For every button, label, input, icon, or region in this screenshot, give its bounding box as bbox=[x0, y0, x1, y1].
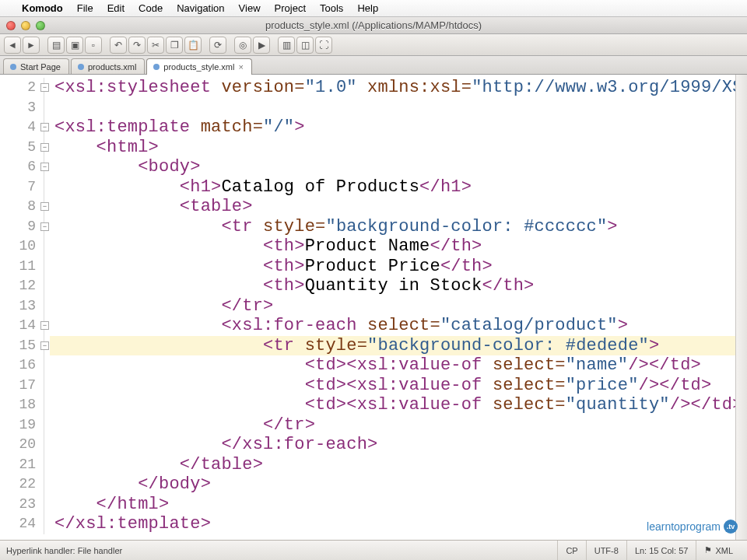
status-encoding[interactable]: UTF-8 bbox=[586, 541, 626, 560]
menu-file[interactable]: File bbox=[77, 2, 93, 14]
preview-button[interactable]: ◎ bbox=[234, 37, 251, 54]
status-cursor-position: Ln: 15 Col: 57 bbox=[626, 541, 696, 560]
run-button[interactable]: ▶ bbox=[253, 37, 270, 54]
menu-navigation[interactable]: Navigation bbox=[177, 2, 224, 14]
code-area[interactable]: <xsl:stylesheet version="1.0" xmlns:xsl=… bbox=[50, 75, 747, 540]
save-button[interactable]: ▫ bbox=[85, 37, 102, 54]
close-tab-icon[interactable]: × bbox=[238, 62, 243, 72]
back-button[interactable]: ◄ bbox=[4, 37, 21, 54]
copy-button[interactable]: ❐ bbox=[166, 37, 183, 54]
tab-icon bbox=[10, 64, 16, 70]
menubar: Komodo File Edit Code Navigation View Pr… bbox=[0, 0, 747, 17]
app-name[interactable]: Komodo bbox=[22, 2, 63, 14]
tab-icon bbox=[78, 64, 84, 70]
reload-button[interactable]: ⟳ bbox=[209, 37, 226, 54]
vertical-scrollbar[interactable] bbox=[735, 75, 747, 540]
new-file-button[interactable]: ▤ bbox=[47, 37, 65, 54]
watermark-logo: learntoprogram.tv bbox=[647, 520, 738, 534]
window-title: products_style.xml (/Applications/MAMP/h… bbox=[0, 19, 747, 31]
menu-code[interactable]: Code bbox=[139, 2, 163, 14]
menu-tools[interactable]: Tools bbox=[320, 2, 343, 14]
toolbar: ◄ ► ▤ ▣ ▫ ↶ ↷ ✂ ❐ 📋 ⟳ ◎ ▶ ▥ ◫ ⛶ bbox=[0, 34, 747, 56]
cut-button[interactable]: ✂ bbox=[147, 37, 164, 54]
open-button[interactable]: ▣ bbox=[66, 37, 83, 54]
menu-view[interactable]: View bbox=[239, 2, 261, 14]
fold-column[interactable] bbox=[39, 75, 50, 540]
editor-tabs: Start Page products.xml products_style.x… bbox=[0, 56, 747, 75]
menu-help[interactable]: Help bbox=[357, 2, 378, 14]
status-readonly[interactable]: CP bbox=[557, 541, 585, 560]
status-language[interactable]: ⚑ XML bbox=[696, 541, 741, 560]
redo-button[interactable]: ↷ bbox=[128, 37, 146, 54]
tab-icon bbox=[153, 64, 160, 70]
fullscreen-button[interactable]: ⛶ bbox=[315, 37, 332, 54]
split-button[interactable]: ◫ bbox=[296, 37, 314, 54]
editor[interactable]: 23456789101112131415161718192021222324 <… bbox=[0, 75, 747, 540]
tab-products-style-xml[interactable]: products_style.xml× bbox=[146, 58, 252, 75]
status-message: Hyperlink handler: File handler bbox=[6, 546, 122, 555]
minimap-button[interactable]: ▥ bbox=[278, 37, 295, 54]
tab-products-xml[interactable]: products.xml bbox=[71, 58, 145, 74]
status-bar: Hyperlink handler: File handler CP UTF-8… bbox=[0, 540, 747, 560]
line-number-gutter: 23456789101112131415161718192021222324 bbox=[0, 75, 39, 540]
menu-project[interactable]: Project bbox=[275, 2, 306, 14]
window-titlebar: products_style.xml (/Applications/MAMP/h… bbox=[0, 17, 747, 34]
undo-button[interactable]: ↶ bbox=[110, 37, 127, 54]
paste-button[interactable]: 📋 bbox=[184, 37, 202, 54]
forward-button[interactable]: ► bbox=[23, 37, 40, 54]
menu-edit[interactable]: Edit bbox=[107, 2, 124, 14]
tab-start-page[interactable]: Start Page bbox=[3, 58, 69, 74]
